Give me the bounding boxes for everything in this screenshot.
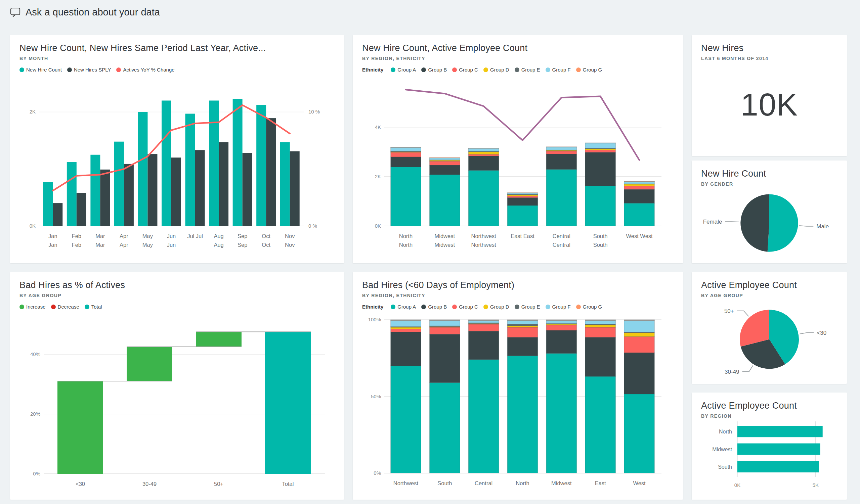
tile-new-hire-active-by-region[interactable]: New Hire Count, Active Employee Count BY… [353, 35, 683, 263]
tile-active-employee-by-region[interactable]: Active Employee Count BY REGION 0K5KNort… [692, 392, 847, 500]
stack-segment[interactable] [546, 154, 576, 169]
stack-segment[interactable] [507, 197, 538, 206]
stack-segment[interactable] [624, 320, 655, 332]
legend-item[interactable]: Increase [19, 304, 46, 310]
stack-segment[interactable] [585, 186, 615, 226]
bar-sply[interactable] [100, 169, 110, 226]
region-hbar-canvas[interactable]: 0K5KNorthMidwestSouth [701, 419, 837, 492]
stack-segment[interactable] [391, 152, 421, 157]
stack-segment[interactable] [624, 394, 655, 473]
stack-segment[interactable] [585, 327, 615, 338]
stack-segment[interactable] [585, 338, 615, 377]
tile-new-hire-count-by-gender[interactable]: New Hire Count BY GENDER MaleFemale [692, 161, 847, 263]
stack-segment[interactable] [624, 353, 655, 394]
waterfall-bar[interactable] [196, 332, 242, 347]
stack-segment[interactable] [391, 332, 421, 366]
stack-segment[interactable] [546, 354, 576, 473]
legend-item[interactable]: Actives YoY % Change [116, 67, 174, 73]
stack-segment[interactable] [546, 320, 576, 320]
legend-item[interactable]: New Hires SPLY [67, 67, 111, 73]
stack-segment[interactable] [585, 143, 615, 143]
bar-new-hire[interactable] [280, 142, 290, 226]
legend-item[interactable]: Group A [391, 304, 416, 310]
bar-sply[interactable] [290, 151, 300, 226]
stack-segment[interactable] [468, 170, 499, 226]
stack-segment[interactable] [430, 383, 460, 473]
stack-segment[interactable] [391, 147, 421, 148]
bar-sply[interactable] [243, 153, 252, 226]
stack-segment[interactable] [468, 152, 499, 154]
stack-segment[interactable] [468, 156, 499, 171]
stack-segment[interactable] [507, 327, 538, 338]
legend-item[interactable]: Group E [515, 67, 540, 73]
stack-segment[interactable] [624, 203, 655, 226]
bar-sply[interactable] [266, 118, 276, 226]
bar-sply[interactable] [195, 150, 205, 226]
stack-segment[interactable] [624, 189, 655, 203]
region-bar[interactable] [737, 426, 823, 437]
legend-item[interactable]: Group A [391, 67, 416, 73]
stack-segment[interactable] [624, 186, 655, 189]
stack-segment[interactable] [546, 151, 576, 154]
legend-item[interactable]: Group C [452, 304, 478, 310]
stack-segment[interactable] [430, 327, 460, 335]
legend-item[interactable]: Total [85, 304, 102, 310]
legend-item[interactable]: Group F [546, 304, 571, 310]
bar-sply[interactable] [124, 164, 134, 226]
stack-segment[interactable] [430, 334, 460, 383]
stack-segment[interactable] [546, 169, 576, 226]
stack-segment[interactable] [585, 143, 615, 148]
stack-segment[interactable] [430, 175, 460, 226]
waterfall-canvas[interactable]: 0%20%40%<3030-4950+Total [19, 310, 334, 492]
bar-new-hire[interactable] [90, 155, 100, 226]
legend-item[interactable]: New Hire Count [19, 67, 62, 73]
stack-segment[interactable] [430, 165, 460, 175]
pie-slice[interactable] [768, 194, 798, 252]
legend-item[interactable]: Group F [546, 67, 571, 73]
bar-new-hire[interactable] [256, 105, 266, 226]
stack-segment[interactable] [468, 331, 499, 360]
bar-new-hire[interactable] [114, 142, 124, 226]
stack-segment[interactable] [430, 158, 460, 158]
stack-segment[interactable] [468, 360, 499, 473]
legend-item[interactable]: Group D [484, 304, 509, 310]
bar-new-hire[interactable] [161, 100, 171, 226]
stack-segment[interactable] [468, 324, 499, 331]
stack-segment[interactable] [585, 320, 615, 320]
stack-segment[interactable] [468, 320, 499, 323]
stack-segment[interactable] [624, 320, 655, 320]
stack-segment[interactable] [391, 167, 421, 226]
stack-segment[interactable] [507, 320, 538, 324]
stack-segment[interactable] [468, 154, 499, 156]
bar-sply[interactable] [76, 193, 86, 226]
legend-item[interactable]: Group C [452, 67, 478, 73]
stack-segment[interactable] [468, 148, 499, 151]
stack-segment[interactable] [546, 325, 576, 330]
stack-segment[interactable] [507, 338, 538, 356]
stack-segment[interactable] [585, 150, 615, 152]
legend-item[interactable]: Group G [576, 304, 602, 310]
bar-new-hire[interactable] [138, 112, 147, 226]
legend-item[interactable]: Group B [421, 67, 447, 73]
waterfall-bar[interactable] [57, 381, 103, 474]
stack-segment[interactable] [585, 376, 615, 473]
qna-bar[interactable]: Ask a question about your data [10, 3, 216, 21]
bar-sply[interactable] [219, 142, 228, 226]
stack-segment[interactable] [624, 184, 655, 186]
legend-item[interactable]: Group B [421, 304, 447, 310]
tile-new-hire-count-by-month[interactable]: New Hire Count, New Hires Same Period La… [10, 35, 344, 263]
stacked-bar-line-canvas[interactable]: 0K2K4KNorthNorthMidwestMidwestNorthwestN… [362, 73, 674, 255]
legend-item[interactable]: Group G [576, 67, 602, 73]
stack-segment[interactable] [468, 320, 499, 320]
stack-segment[interactable] [468, 148, 499, 149]
stacked-100-canvas[interactable]: 0%50%100%NorthwestSouthCentralNorthMidwe… [362, 310, 674, 492]
stack-segment[interactable] [624, 337, 655, 353]
stack-segment[interactable] [430, 161, 460, 165]
stack-segment[interactable] [624, 181, 655, 182]
stack-segment[interactable] [546, 147, 576, 150]
stack-segment[interactable] [585, 325, 615, 327]
age-pie-canvas[interactable]: <3030-4950+ [701, 298, 837, 376]
stack-segment[interactable] [507, 320, 538, 320]
legend-item[interactable]: Decrease [51, 304, 79, 310]
bar-sply[interactable] [147, 154, 157, 226]
